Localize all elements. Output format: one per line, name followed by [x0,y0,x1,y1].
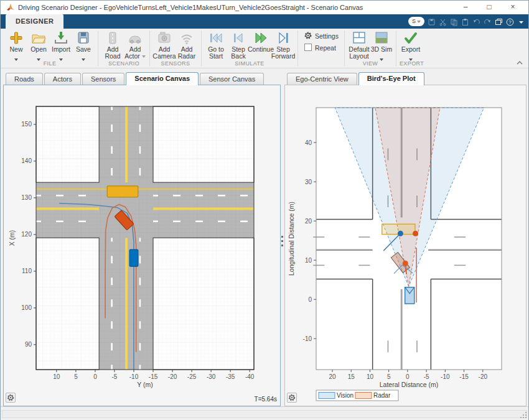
tab-roads[interactable]: Roads [6,73,43,85]
x-tick-label: 15 [348,373,355,380]
tab-designer[interactable]: DESIGNER [6,14,63,29]
x-axis-label: Lateral Distance (m) [380,381,439,388]
ribbon-button-export[interactable]: Export [400,29,422,57]
search-box[interactable]: S [408,17,424,26]
group-separator [201,30,202,66]
tab-sensor-canvas[interactable]: Sensor Canvas [200,73,264,85]
x-axis-label: Y (m) [137,381,152,388]
ribbon-button-settings[interactable]: Settings [304,31,339,41]
ribbon-toolbar: NewOpenImportSaveFILEAddRoadAddActor SCE… [1,29,528,68]
x-tick-label: -15 [459,373,469,380]
group-label: EXPORT [400,60,424,68]
ribbon-button-step-forward[interactable]: StepForward [272,29,294,60]
copy-icon[interactable] [450,17,458,26]
settings-icon [304,31,312,41]
minimize-button[interactable]: – [455,1,476,14]
menu-down-icon[interactable] [517,17,525,26]
help-icon[interactable]: ? [506,17,514,26]
export-icon [403,30,419,46]
close-button[interactable]: × [502,1,523,14]
radar-detection-dot [413,231,418,236]
vehicle2[interactable] [107,186,138,197]
legend-label-radar: Radar [373,392,391,399]
scenario-canvas-panel: 1050-5-10-15-20-25-30-35-409010011012013… [3,85,281,406]
y-tick-label: 20 [305,218,312,225]
collapse-ribbon-icon[interactable] [516,60,523,65]
y-tick-label: 40 [305,139,312,146]
status-bar-inset [2,410,527,418]
ribbon-button-new[interactable]: New [5,29,27,57]
group-separator [149,30,150,66]
tab-scenario-canvas[interactable]: Scenario Canvas [126,72,199,85]
y-tick-label: 90 [25,341,32,348]
right-panel-tabbar: Ego-Centric ViewBird's-Eye Plot [287,72,426,85]
x-tick-label: -40 [245,373,255,380]
default-layout-icon [351,30,367,46]
maximize-button[interactable]: □ [479,1,500,14]
sim3d-icon [373,30,390,46]
resize-grip[interactable] [520,411,527,419]
ribbon-button-add-road[interactable]: AddRoad [101,29,124,60]
add-radar-icon [179,30,195,46]
tab-sensors[interactable]: Sensors [82,73,124,85]
undo-icon[interactable] [472,17,480,26]
group-label: VIEW [348,60,393,68]
scenario-canvas[interactable]: 1050-5-10-15-20-25-30-35-409010011012013… [4,85,280,406]
ribbon-button-open[interactable]: Open [27,29,50,57]
app-window: Driving Scenario Designer - EgoVehicleTu… [0,0,529,420]
step-forward-icon [275,30,291,46]
birdseye-settings-gear-button[interactable] [287,393,297,403]
window-icon[interactable] [495,17,503,26]
ribbon-button-label: AddRoad [105,46,120,60]
ribbon-group-options: SettingsRepeat [299,29,343,68]
ribbon-button-label: Repeat [315,44,336,52]
x-tick-label: 10 [367,373,374,380]
group-label: SENSORS [153,60,198,68]
y-axis-label: X (m) [8,230,16,246]
paste-icon[interactable] [461,17,469,26]
major-grid [36,106,254,370]
ribbon-button-default-layout[interactable]: DefaultLayout [348,29,370,60]
redo-icon[interactable] [484,17,492,26]
ribbon-group-scenario: AddRoadAddActor SCENARIO [100,29,148,68]
status-bar [1,406,528,420]
y-tick-label: 0 [308,296,312,303]
x-tick-label: -5 [112,373,118,380]
x-tick-label: 0 [93,373,97,380]
group-label: FILE [5,60,95,68]
window-title: Driving Scenario Designer - EgoVehicleTu… [18,1,363,14]
ribbon-button-continue[interactable]: Continue [250,29,272,53]
ribbon-button-add-actor[interactable]: AddActor [124,29,146,60]
cut-icon[interactable] [439,17,447,26]
panel-splitter-handle[interactable] [281,236,283,247]
legend-label-vision: Vision [337,392,353,399]
ribbon-button-label: AddCamera [152,46,176,60]
legend-swatch-radar [355,393,372,399]
tab-bird-s-eye-plot[interactable]: Bird's-Eye Plot [358,72,424,85]
ribbon-button-3d-sim[interactable]: 3D Sim [370,29,393,57]
vision-detection-dot [398,231,403,236]
ribbon-button-label: Save [76,46,91,53]
ribbon-group-simulate: Go toStartStepBackContinueStepForwardSIM… [203,29,296,68]
ribbon-button-go-to-start[interactable]: Go toStart [205,29,227,60]
tab-ego-centric-view[interactable]: Ego-Centric View [287,73,357,85]
ribbon-button-import[interactable]: Import [50,29,72,57]
tab-actors[interactable]: Actors [44,73,81,85]
ribbon-button-add-radar[interactable]: AddRadar [176,29,198,60]
ribbon-group-file: NewOpenImportSaveFILE [3,29,96,68]
save-icon[interactable] [428,17,436,26]
x-tick-label: -30 [207,373,216,380]
y-tick-label: 140 [21,157,32,164]
legend: VisionRadar [316,390,398,401]
ribbon-button-add-camera[interactable]: AddCamera [153,29,176,60]
ego-vehicle[interactable] [129,250,138,266]
ribbon-group-export: ExportEXPORT [398,29,426,68]
go-to-start-icon [208,30,224,46]
ribbon-button-step-back[interactable]: StepBack [227,29,250,60]
save-icon [75,30,91,46]
scenario-settings-gear-button[interactable] [6,393,16,403]
ribbon-button-repeat[interactable]: Repeat [304,43,339,53]
ribbon-button-save[interactable]: Save [72,29,95,57]
birds-eye-plot[interactable]: 20151050-5-10-15-20-10010203040Lateral D… [285,85,526,406]
add-actor-icon [127,30,143,46]
